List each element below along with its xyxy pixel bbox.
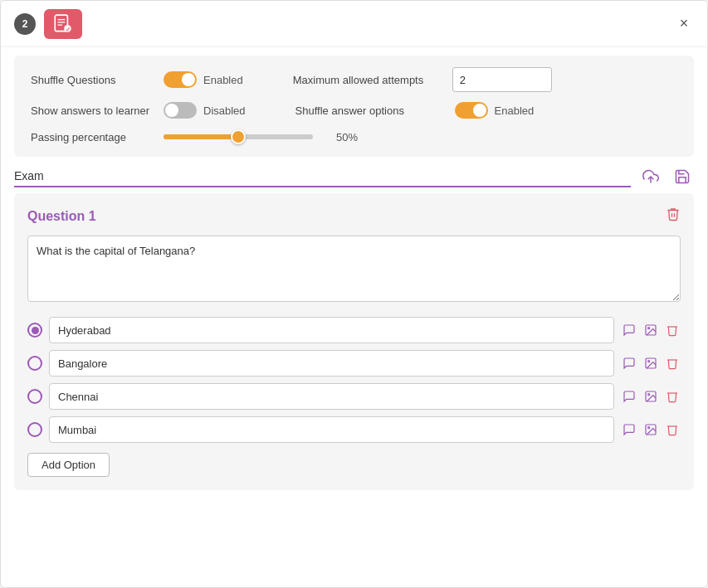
question-title: Question 1 [27,209,96,224]
answer-option-3 [27,383,681,410]
shuffle-questions-toggle[interactable] [164,71,197,88]
settings-row-1: Shuffle Questions Enabled Maximum allowe… [31,67,677,92]
shuffle-questions-label: Shuffle Questions [31,74,164,86]
upload-icon-btn[interactable] [639,165,662,188]
exam-title-row [14,165,694,188]
max-attempts-input[interactable] [452,67,552,92]
shuffle-questions-toggle-container: Enabled [164,71,243,88]
svg-point-10 [648,361,650,362]
max-attempts-label: Maximum allowed attempts [293,74,442,86]
shuffle-answers-label: Shuffle answer options [295,104,445,117]
show-answers-status: Disabled [203,104,246,117]
passing-percent-value: 50% [336,131,358,143]
option-comment-btn-1[interactable] [621,322,637,338]
answer-option-4 [27,416,681,443]
show-answers-toggle-container: Disabled [164,102,246,119]
option-delete-btn-2[interactable] [664,355,681,372]
save-icon-btn[interactable] [671,165,694,188]
passing-label: Passing percentage [31,131,164,143]
question-textarea[interactable]: What is the capital of Telangana? [27,236,681,302]
option-delete-btn-1[interactable] [664,322,681,338]
shuffle-answers-container: Shuffle answer options Enabled [295,102,535,119]
question-header: Question 1 [27,207,681,226]
shuffle-answers-toggle-container: Enabled [455,102,535,119]
option-comment-btn-3[interactable] [621,388,637,405]
shuffle-questions-status: Enabled [203,74,243,86]
top-bar-left: 2 ✓ [14,9,82,39]
show-answers-label: Show answers to learner [31,104,164,117]
option-input-2[interactable] [49,350,614,377]
option-image-btn-2[interactable] [642,355,659,372]
option-actions-1 [621,322,681,338]
option-input-4[interactable] [49,416,614,443]
radio-btn-3[interactable] [27,389,42,404]
settings-row-2: Show answers to learner Disabled Shuffle… [31,102,677,119]
option-input-1[interactable] [49,317,614,343]
option-input-3[interactable] [49,383,614,410]
passing-slider-wrapper [164,129,313,145]
question-card-1: Question 1 What is the capital of Telang… [14,193,694,490]
radio-btn-2[interactable] [27,356,42,371]
option-image-btn-3[interactable] [642,388,659,405]
option-actions-3 [621,388,681,405]
main-window: 2 ✓ × Shuffle Questions Enabled [0,0,708,588]
answer-options-list [27,317,681,443]
slider-track-fill [164,134,238,139]
top-bar: 2 ✓ × [1,1,707,47]
settings-panel: Shuffle Questions Enabled Maximum allowe… [14,56,694,157]
question-delete-button[interactable] [666,207,681,226]
option-image-btn-4[interactable] [642,421,659,438]
option-image-btn-1[interactable] [642,322,659,338]
max-attempts-container: Maximum allowed attempts [293,67,552,92]
add-option-button[interactable]: Add Option [27,453,110,477]
settings-row-3: Passing percentage 50% [31,129,677,145]
close-button[interactable]: × [674,14,694,34]
option-delete-btn-4[interactable] [664,421,681,438]
radio-btn-4[interactable] [27,422,42,437]
svg-point-14 [648,427,650,429]
badge: 2 [14,13,36,35]
svg-point-12 [648,394,650,396]
shuffle-answers-status: Enabled [495,104,535,117]
answer-option-2 [27,350,681,377]
main-content: Question 1 What is the capital of Telang… [14,193,694,587]
app-icon: ✓ [44,9,82,39]
radio-btn-1[interactable] [27,323,42,338]
slider-row: 50% [164,129,358,145]
show-answers-toggle[interactable] [164,102,197,119]
exam-title-input[interactable] [14,166,631,187]
svg-text:✓: ✓ [66,26,71,32]
option-delete-btn-3[interactable] [664,388,681,405]
slider-thumb[interactable] [231,129,246,144]
answer-option-1 [27,317,681,343]
svg-point-8 [648,328,650,329]
shuffle-answers-toggle[interactable] [455,102,488,119]
option-comment-btn-4[interactable] [621,421,637,438]
option-actions-2 [621,355,681,372]
option-comment-btn-2[interactable] [621,355,637,372]
option-actions-4 [621,421,681,438]
